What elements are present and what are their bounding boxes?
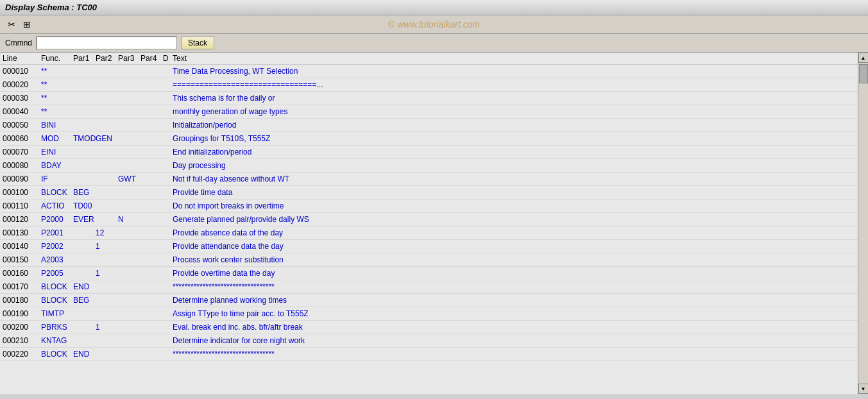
header-par1: Par1: [73, 54, 96, 63]
table-row[interactable]: 000120P2000EVERNGenerate planned pair/pr…: [0, 213, 858, 226]
table-row[interactable]: 000200PBRKS1Eval. break end inc. abs. bf…: [0, 321, 858, 334]
table-row[interactable]: 000040**monthly generation of wage types: [0, 105, 858, 119]
table-row[interactable]: 000140P20021Provide attendance data the …: [0, 240, 858, 253]
header-text: Text: [173, 54, 855, 63]
table-row[interactable]: 000210KNTAGDetermine indicator for core …: [0, 334, 858, 348]
header-par4: Par4: [140, 54, 163, 63]
header-par3: Par3: [118, 54, 140, 63]
table-row[interactable]: 000060MODTMODGENGroupings for T510S, T55…: [0, 132, 858, 146]
scroll-down[interactable]: ▼: [858, 384, 869, 394]
table-row[interactable]: 000030**This schema is for the daily or: [0, 92, 858, 105]
table-row[interactable]: 000160P20051Provide overtime data the da…: [0, 267, 858, 280]
watermark: © www.tutorialkart.com: [388, 19, 480, 30]
header-d: D: [163, 54, 173, 63]
table-row[interactable]: 000130P200112Provide absence data of the…: [0, 226, 858, 240]
table-row[interactable]: 000050BINIInitialization/period: [0, 119, 858, 132]
stack-button[interactable]: Stack: [181, 37, 214, 49]
table-row[interactable]: 000170BLOCKEND**************************…: [0, 280, 858, 294]
table-row[interactable]: 000190TIMTPAssign TType to time pair acc…: [0, 307, 858, 321]
scroll-thumb[interactable]: [859, 64, 868, 83]
table-row[interactable]: 000020**================================…: [0, 78, 858, 92]
copy-icon[interactable]: ⊞: [21, 18, 33, 31]
command-label: Cmmnd: [5, 38, 32, 47]
table-row[interactable]: 000010**Time Data Processing, WT Selecti…: [0, 65, 858, 78]
scroll-up[interactable]: ▲: [858, 53, 869, 63]
table-row[interactable]: 000090IFGWTNot if full-day absence witho…: [0, 173, 858, 186]
toolbar: ✂ ⊞ © www.tutorialkart.com: [0, 15, 868, 34]
table-row[interactable]: 000080BDAYDay processing: [0, 159, 858, 173]
title-bar: Display Schema : TC00: [0, 0, 868, 15]
table-row[interactable]: 000100BLOCKBEGProvide time data: [0, 186, 858, 200]
cut-icon[interactable]: ✂: [5, 18, 18, 31]
scrollbar[interactable]: ▲ ▼: [858, 53, 868, 394]
table-header: Line Func. Par1 Par2 Par3 Par4 D Text: [0, 53, 858, 65]
title-text: Display Schema : TC00: [5, 3, 97, 12]
table-row[interactable]: 000220BLOCKEND**************************…: [0, 348, 858, 361]
table-row[interactable]: 000150A2003Process work center substitut…: [0, 253, 858, 267]
table-row[interactable]: 000110ACTIOTD00Do not import breaks in o…: [0, 200, 858, 213]
header-line: Line: [3, 54, 41, 63]
header-par2: Par2: [96, 54, 118, 63]
command-input[interactable]: [36, 37, 177, 49]
header-func: Func.: [41, 54, 73, 63]
command-bar: Cmmnd Stack: [0, 34, 868, 53]
table-row[interactable]: 000070EINIEnd initialization/period: [0, 146, 858, 159]
schema-table: Line Func. Par1 Par2 Par3 Par4 D Text 00…: [0, 53, 858, 394]
table-body: 000010**Time Data Processing, WT Selecti…: [0, 65, 858, 361]
table-row[interactable]: 000180BLOCKBEGDetermine planned working …: [0, 294, 858, 307]
